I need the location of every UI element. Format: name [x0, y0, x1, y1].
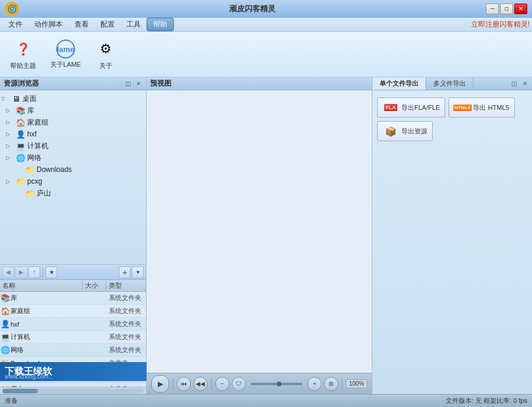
nav-chevron-button[interactable]: ▾: [132, 266, 144, 278]
preview-title: 预视图: [150, 79, 171, 89]
tree-item-desktop[interactable]: ▽ 🖥 桌面: [1, 93, 145, 105]
status-bar: 准备 文件版本: 无 框架比率: 0 fps: [0, 394, 532, 407]
title-bar: 🌀 顽皮闪客精灵 ─ □ ✕: [0, 0, 532, 18]
file-row-icon: 🌐: [0, 346, 11, 354]
export-float-button[interactable]: ◫: [509, 79, 518, 89]
player-sep-1: [173, 378, 173, 390]
status-right: 文件版本: 无 框架比率: 0 fps: [446, 396, 527, 405]
prev-button[interactable]: ⏮: [177, 377, 191, 391]
menu-config[interactable]: 配置: [95, 18, 121, 31]
tree-item-network[interactable]: ▷ 🌐 网络: [1, 152, 145, 164]
menu-file[interactable]: 文件: [2, 18, 28, 31]
tree-item-library[interactable]: ▷ 📚 库: [1, 105, 145, 116]
export-fla-label: 导出FLA/FLE: [401, 103, 440, 112]
nav-back-button[interactable]: ◀: [2, 266, 14, 278]
tree-label-lushan: 庐山: [37, 188, 51, 198]
export-section: 单个文件导出 多义件导出 ◫ ✕ FLA 导出FLA/FLE HTML5: [372, 77, 532, 394]
toolbar: ❓ 帮助主题 lame 关于LAME ⚙ 关于: [0, 32, 532, 77]
nav-up-button[interactable]: ↑: [28, 266, 40, 278]
menu-tools[interactable]: 工具: [121, 18, 147, 31]
panel-float-button[interactable]: ◫: [124, 80, 132, 88]
about-lame-label: 关于LAME: [50, 60, 81, 69]
file-nav: ◀ ▶ ↑ ★ + ▾: [0, 265, 146, 280]
menu-actionscript[interactable]: 动作脚本: [28, 18, 69, 31]
tree-item-hxf[interactable]: ▷ 👤 hxf: [1, 128, 145, 140]
nav-add-button[interactable]: +: [119, 266, 131, 278]
watermark: 下载王绿软 www.xzking.com...: [0, 362, 147, 381]
about-lame-button[interactable]: lame 关于LAME: [45, 37, 86, 72]
horizontal-scrollbar[interactable]: [2, 389, 144, 393]
app-container: 🌀 顽皮闪客精灵 ─ □ ✕ 文件 动作脚本 查看 配置 工具 帮助 立即注册闪…: [0, 0, 532, 407]
menu-help[interactable]: 帮助: [147, 18, 174, 31]
tree-section: 资源浏览器 ◫ ✕ ▽ 🖥 桌面 ▷ �: [0, 77, 146, 264]
file-row[interactable]: 💻 计算机 系统文件夹: [0, 331, 146, 344]
fla-badge: FLA: [384, 104, 397, 111]
nav-forward-button[interactable]: ▶: [15, 266, 27, 278]
pcxg-icon: 📁: [15, 177, 26, 186]
tree-item-pcxg[interactable]: ▷ 📁 pcxg: [1, 175, 145, 187]
fit-button[interactable]: ⊞: [324, 377, 338, 391]
panels-area: 资源浏览器 ◫ ✕ ▽ 🖥 桌面 ▷ �: [0, 77, 532, 394]
tree-toggle-homegroup: ▷: [6, 119, 15, 125]
player-progress[interactable]: [251, 383, 303, 385]
file-row[interactable]: 👤 hxf 系统文件夹: [0, 318, 146, 331]
left-section: 资源浏览器 ◫ ✕ ▽ 🖥 桌面 ▷ �: [0, 77, 147, 394]
app-title: 顽皮闪客精灵: [19, 4, 486, 14]
resource-browser-title: 资源浏览器: [4, 79, 39, 89]
shield-button[interactable]: 🛡: [232, 377, 246, 391]
lushan-icon: 📁: [25, 188, 35, 198]
file-row[interactable]: 🌐 网络 系统文件夹: [0, 344, 146, 357]
menu-bar: 文件 动作脚本 查看 配置 工具 帮助 立即注册闪客精灵!: [0, 18, 532, 32]
close-button[interactable]: ✕: [514, 4, 527, 14]
zoom-value: 100%: [346, 379, 367, 388]
tree-item-downloads[interactable]: 📁 Downloads: [1, 164, 145, 175]
tree-label-desktop: 桌面: [22, 94, 37, 104]
tree-toggle-network: ▷: [6, 155, 15, 161]
export-tab-multi[interactable]: 多义件导出: [426, 77, 473, 90]
export-header: 单个文件导出 多义件导出 ◫ ✕: [372, 77, 532, 90]
nav-separator-1: [43, 268, 43, 277]
nav-favorites-button[interactable]: ★: [46, 266, 57, 278]
panel-close-button[interactable]: ✕: [134, 80, 142, 88]
rewind-button[interactable]: ◀◀: [193, 377, 207, 391]
fla-icon: FLA: [382, 101, 399, 114]
tree-item-homegroup[interactable]: ▷ 🏠 家庭组: [1, 116, 145, 128]
zoom-in-button[interactable]: +: [307, 377, 322, 391]
help-topic-button[interactable]: ❓ 帮助主题: [5, 35, 41, 73]
player-sep-2: [211, 378, 212, 390]
maximize-button[interactable]: □: [500, 4, 513, 14]
export-html5-button[interactable]: HTML5 导出 HTML5: [449, 97, 514, 118]
export-resource-button[interactable]: 📦 导出资源: [377, 121, 433, 141]
hxf-icon: 👤: [15, 129, 26, 139]
register-link[interactable]: 立即注册闪客精灵!: [471, 19, 530, 30]
tree-label-downloads: Downloads: [37, 165, 72, 174]
export-fla-button[interactable]: FLA 导出FLA/FLE: [377, 97, 445, 118]
preview-area: 预视图: [147, 77, 372, 373]
html5-badge: HTML5: [453, 105, 472, 111]
zoom-out-button[interactable]: −: [215, 377, 229, 391]
tree-toggle-pcxg: ▷: [6, 178, 15, 184]
play-button[interactable]: ▶: [151, 375, 169, 393]
status-left: 准备: [5, 396, 446, 405]
file-row[interactable]: 📁 庐山 文件夹: [0, 383, 146, 387]
tree-toggle-computer: ▷: [6, 143, 15, 149]
tree-toggle-library: ▷: [6, 108, 15, 113]
export-close-button[interactable]: ✕: [520, 79, 530, 89]
file-row[interactable]: 🏠 家庭组 系统文件夹: [0, 305, 146, 318]
watermark-url: www.xzking.com...: [5, 373, 53, 380]
about-button[interactable]: ⚙ 关于: [90, 35, 122, 73]
file-row[interactable]: 📚 库 系统文件夹: [0, 292, 146, 305]
preview-header: 预视图: [147, 77, 372, 90]
file-row-name: hxf: [11, 321, 83, 328]
export-ctrl-btns: ◫ ✕: [509, 79, 532, 89]
menu-view[interactable]: 查看: [69, 18, 95, 31]
player-sep-3: [342, 378, 342, 390]
file-row-icon: 👤: [0, 320, 11, 328]
export-tab-single[interactable]: 单个文件导出: [372, 77, 426, 90]
tree-item-computer[interactable]: ▷ 💻 计算机: [1, 140, 145, 152]
tree-label-computer: 计算机: [27, 141, 48, 151]
tree-toggle-hxf: ▷: [6, 131, 15, 137]
minimize-button[interactable]: ─: [486, 4, 499, 14]
resource-browser-header: 资源浏览器 ◫ ✕: [0, 77, 146, 90]
tree-item-lushan[interactable]: 📁 庐山: [1, 187, 145, 199]
